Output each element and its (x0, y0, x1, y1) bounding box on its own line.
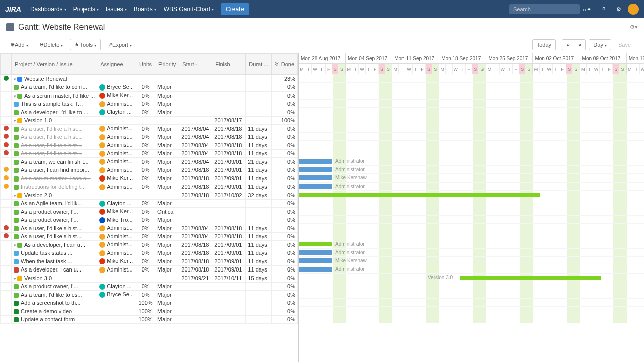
gantt-row[interactable] (299, 232, 644, 241)
page-settings-icon[interactable]: ⚙▾ (630, 24, 638, 30)
gantt-bar[interactable] (460, 276, 601, 280)
gantt-bar[interactable] (299, 167, 332, 172)
nav-projects[interactable]: Projects (73, 6, 99, 13)
grid-row[interactable]: As a product owner, I'... Mike Tro... 0%… (1, 216, 298, 224)
col-finish[interactable]: Finish (212, 54, 246, 75)
gantt-row[interactable]: Administrator (299, 183, 644, 191)
gantt-row[interactable]: Mike Kershaw (299, 174, 644, 183)
gantt-body[interactable]: AdministratorAdministratorMike KershawAd… (299, 74, 644, 323)
scale-selector[interactable]: Day (589, 39, 611, 50)
nav-boards[interactable]: Boards (134, 6, 156, 13)
delete-button[interactable]: ⊖ Delete (35, 39, 67, 50)
gantt-row[interactable]: Administrator (299, 265, 644, 274)
user-avatar[interactable] (628, 4, 639, 15)
gantt-row[interactable] (299, 149, 644, 158)
gantt-row[interactable]: Administrator (299, 240, 644, 249)
gantt-row[interactable] (299, 74, 644, 83)
search-box[interactable]: ⌕ (509, 4, 580, 14)
gantt-bar[interactable] (299, 250, 332, 255)
nav-issues[interactable]: Issues (106, 6, 127, 13)
gantt-row[interactable] (299, 199, 644, 208)
gantt-row[interactable] (299, 224, 644, 232)
col-status[interactable] (1, 54, 12, 75)
gantt-bar[interactable] (299, 159, 332, 164)
gantt-bar[interactable] (299, 267, 332, 272)
logo[interactable]: JIRA (5, 5, 21, 13)
grid-row[interactable]: As a team, I'd like to es... Bryce Se...… (1, 291, 298, 299)
nav-dashboards[interactable]: Dashboards (30, 6, 66, 13)
search-input[interactable] (513, 6, 583, 12)
gantt-row[interactable] (299, 191, 644, 199)
col-start[interactable]: Start↑ (179, 54, 212, 75)
tree-toggle[interactable]: ▾ (14, 77, 16, 82)
gantt-bar[interactable] (299, 242, 332, 246)
grid-row[interactable]: As a scrum master, I can s... Mike Ker..… (1, 174, 298, 183)
col-duration[interactable]: Durati... (246, 54, 272, 75)
grid-row[interactable]: ▾As a developer, I can u... Administ... … (1, 241, 298, 249)
gantt-row[interactable] (299, 124, 644, 133)
gantt-row[interactable]: Mike Kershaw (299, 257, 644, 265)
grid-row[interactable]: As a user, I'd like a hist... Administ..… (1, 232, 298, 241)
help-icon[interactable]: ? (598, 3, 610, 15)
gantt-row[interactable] (299, 83, 644, 92)
grid-row[interactable]: This is a sample task. T... Administ... … (1, 100, 298, 108)
today-button[interactable]: Today (532, 39, 556, 50)
grid-row[interactable]: As a user, I'd like a hist... Administ..… (1, 125, 298, 133)
grid-row[interactable]: ▾As a scrum master, I'd like ... Mike Ke… (1, 92, 298, 100)
grid-row[interactable]: As a product owner, I'... Clayton ... 0%… (1, 282, 298, 291)
grid-row[interactable]: When the last task ... Mike Ker... 0% Ma… (1, 257, 298, 266)
grid-row[interactable]: ▾Version 3.0 2017/09/21 2017/10/11 15 da… (1, 274, 298, 283)
gantt-row[interactable] (299, 91, 644, 100)
nav-wbs-gantt[interactable]: WBS Gantt-Chart (164, 6, 214, 13)
grid-row[interactable]: Instructions for deleting t... Administ.… (1, 183, 298, 191)
grid-row[interactable]: Add a screenshot to th... 100% Major 0% (1, 299, 298, 307)
gantt-row[interactable] (299, 133, 644, 141)
tools-button[interactable]: ★ Tools (70, 39, 101, 50)
tree-toggle[interactable]: ▾ (14, 243, 16, 248)
grid-row[interactable]: As a developer, I can u... Administ... 0… (1, 265, 298, 274)
grid-row[interactable]: Update a contact form 100% Major 0% (1, 315, 298, 324)
next-button[interactable]: » (574, 40, 585, 50)
grid-row[interactable]: As a team, we can finish t... Administ..… (1, 158, 298, 166)
grid-row[interactable]: As an Agile team, I'd lik... Clayton ...… (1, 199, 298, 208)
gantt-row[interactable] (299, 307, 644, 315)
gantt-row[interactable] (299, 216, 644, 224)
gantt-row[interactable]: Administrator (299, 249, 644, 257)
prev-button[interactable]: « (562, 40, 574, 50)
col-done[interactable]: % Done (271, 54, 297, 75)
create-button[interactable]: Create (221, 3, 249, 15)
gantt-bar[interactable] (299, 258, 332, 263)
gantt-chart[interactable]: Mon 28 Aug 2017MTWTFSSMon 04 Sep 2017MTW… (299, 53, 644, 362)
grid-row[interactable]: Update task status ... Administ... 0% Ma… (1, 249, 298, 257)
col-priority[interactable]: Priority (155, 54, 179, 75)
grid-row[interactable]: As a user, I'd like a hist... Administ..… (1, 133, 298, 141)
grid-row[interactable]: As a product owner, I'... Mike Ker... 0%… (1, 208, 298, 216)
gantt-row[interactable] (299, 116, 644, 125)
gantt-row[interactable] (299, 100, 644, 108)
feedback-icon[interactable]: ✦ (583, 3, 595, 15)
gantt-bar[interactable] (299, 175, 332, 180)
grid-row[interactable]: As a user, I'd like a hist... Administ..… (1, 224, 298, 233)
gantt-row[interactable] (299, 141, 644, 149)
grid-row[interactable]: ▾Version 1.0 2017/08/17 100% (1, 116, 298, 125)
grid-row[interactable]: As a user, I'd like a hist... Administ..… (1, 149, 298, 158)
grid-row[interactable]: As a user, I can find impor... Administ.… (1, 166, 298, 174)
tree-toggle[interactable]: ▾ (14, 193, 16, 198)
col-issue[interactable]: Project / Version / Issue (12, 54, 97, 75)
grid-row[interactable]: As a team, I'd like to com... Bryce Se..… (1, 83, 298, 92)
gantt-row[interactable] (299, 290, 644, 299)
gantt-bar[interactable] (299, 184, 332, 189)
gantt-row[interactable] (299, 315, 644, 324)
gantt-row[interactable] (299, 207, 644, 216)
tree-toggle[interactable]: ▾ (14, 118, 16, 123)
grid-row[interactable]: As a developer, I'd like to ... Clayton … (1, 108, 298, 117)
export-button[interactable]: ↗ Export (104, 39, 136, 50)
grid-row[interactable]: ▾Website Renewal 23% (1, 75, 298, 83)
add-button[interactable]: ⊕ Add (6, 39, 32, 50)
gantt-row[interactable] (299, 108, 644, 116)
gantt-row[interactable] (299, 282, 644, 291)
settings-icon[interactable]: ⚙ (613, 3, 625, 15)
tree-toggle[interactable]: ▾ (14, 94, 16, 99)
tree-toggle[interactable]: ▾ (14, 276, 16, 281)
gantt-row[interactable] (299, 299, 644, 307)
